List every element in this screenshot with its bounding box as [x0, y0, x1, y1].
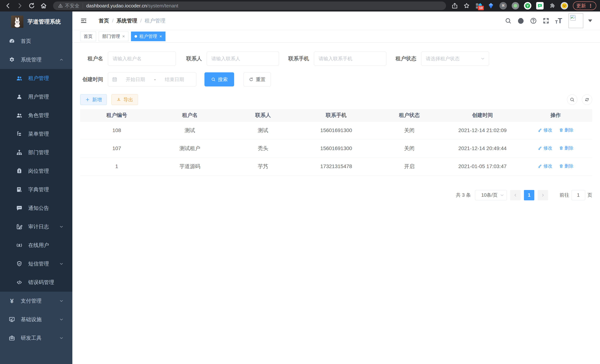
- chevron-down-icon: [59, 299, 64, 303]
- sidebar-item-home[interactable]: 首页: [0, 32, 72, 50]
- extension-y-icon[interactable]: Y: [524, 2, 531, 9]
- yen-icon: ¥: [9, 297, 15, 305]
- tag-tenant-active[interactable]: 租户管理 ×: [131, 32, 166, 41]
- trash-icon: [559, 146, 563, 150]
- delete-link[interactable]: 删除: [559, 127, 573, 133]
- chevron-down-icon: [480, 56, 485, 61]
- mobile-input[interactable]: [314, 52, 386, 66]
- address-bar[interactable]: 不安全 dashboard.yudao.iocoder.cn/system/te…: [53, 1, 446, 10]
- cell-id: 1: [80, 157, 153, 175]
- sidebar-item-error-code[interactable]: 错误码管理: [0, 273, 72, 292]
- col-contact: 联系人: [226, 109, 300, 121]
- export-button[interactable]: 导出: [111, 94, 138, 105]
- extension-pin-icon[interactable]: [487, 2, 495, 9]
- bookmark-star-icon[interactable]: [463, 2, 470, 9]
- forward-icon[interactable]: [16, 2, 23, 9]
- sidebar-item-label: 基础设施: [21, 316, 42, 323]
- extension-monkey-icon[interactable]: 10: [475, 2, 482, 9]
- sidebar-item-online-user[interactable]: 在线用户: [0, 236, 72, 254]
- home-icon[interactable]: [40, 2, 47, 9]
- svg-text:Y: Y: [526, 4, 529, 8]
- chevron-down-icon: [59, 261, 64, 266]
- cell-id: 107: [80, 139, 153, 157]
- sidebar-item-dev-tools[interactable]: 研发工具: [0, 329, 72, 347]
- font-size-icon[interactable]: TT: [555, 17, 562, 24]
- reload-icon[interactable]: [28, 2, 35, 9]
- col-tenant-id: 租户编号: [80, 109, 153, 121]
- back-icon[interactable]: [4, 2, 11, 9]
- browser-update-button[interactable]: 更新 ⋮: [573, 1, 596, 10]
- chevron-right-icon: [541, 193, 545, 197]
- hide-search-button[interactable]: [567, 94, 577, 105]
- help-icon[interactable]: [530, 17, 537, 24]
- sidebar-item-tenant[interactable]: 租户管理: [0, 69, 72, 88]
- sidebar-item-dept[interactable]: 部门管理: [0, 143, 72, 162]
- delete-link[interactable]: 删除: [559, 145, 573, 151]
- sidebar-item-sms[interactable]: 短信管理: [0, 254, 72, 273]
- sidebar-item-notice[interactable]: 通知公告: [0, 199, 72, 217]
- edit-link[interactable]: 修改: [538, 127, 552, 133]
- share-icon[interactable]: [451, 2, 458, 9]
- tag-close-icon[interactable]: ×: [122, 34, 125, 39]
- sidebar-logo-row[interactable]: 芋道管理系统: [0, 11, 72, 32]
- extension-command-icon[interactable]: ⌘: [499, 2, 507, 9]
- log-edit-icon: [16, 223, 23, 230]
- sidebar-item-label: 短信管理: [28, 260, 49, 267]
- goto-page-input[interactable]: [572, 190, 585, 200]
- current-page-button[interactable]: 1: [524, 190, 534, 200]
- edit-link[interactable]: 修改: [538, 145, 552, 151]
- breadcrumb-system[interactable]: 系统管理: [116, 17, 137, 24]
- extension-puzzle-icon[interactable]: [548, 2, 556, 9]
- tag-close-icon[interactable]: ×: [159, 34, 162, 39]
- tenant-name-input[interactable]: [108, 52, 176, 66]
- date-separator: -: [153, 77, 157, 82]
- sidebar-item-label: 错误码管理: [28, 279, 54, 286]
- sidebar-item-menu[interactable]: 菜单管理: [0, 125, 72, 143]
- sidebar-item-label: 通知公告: [28, 205, 49, 212]
- delete-link[interactable]: 删除: [559, 163, 573, 169]
- sidebar-item-user[interactable]: 用户管理: [0, 88, 72, 106]
- fullscreen-icon[interactable]: [543, 17, 550, 24]
- reset-button[interactable]: 重置: [244, 72, 271, 86]
- prev-page-button[interactable]: [510, 190, 521, 200]
- search-button[interactable]: 搜索: [205, 72, 234, 86]
- tag-dept[interactable]: 部门管理 ×: [99, 32, 128, 41]
- avatar[interactable]: [568, 13, 583, 28]
- extension-chat-icon[interactable]: [536, 2, 544, 9]
- cell-actions: 修改 删除: [519, 121, 592, 139]
- dashboard-icon: [9, 38, 15, 45]
- date-range-picker[interactable]: 开始日期 - 结束日期: [108, 72, 196, 86]
- cell-name: 测试租户: [153, 139, 226, 157]
- github-icon[interactable]: [517, 17, 524, 24]
- extension-smiley-icon[interactable]: [561, 2, 568, 9]
- sidebar-item-system[interactable]: 系统管理: [0, 50, 72, 69]
- breadcrumb-home[interactable]: 首页: [99, 17, 109, 24]
- table-header-row: 租户编号 租户名 联系人 联系手机 租户状态 创建时间 操作: [80, 109, 592, 121]
- sidebar-item-infra[interactable]: 基础设施: [0, 310, 72, 329]
- sidebar-collapse-icon[interactable]: [80, 17, 87, 24]
- tag-home[interactable]: 首页: [80, 32, 96, 41]
- add-button[interactable]: 新增: [80, 94, 107, 105]
- sidebar-item-role[interactable]: 角色管理: [0, 106, 72, 125]
- browser-menu-icon[interactable]: ⋮: [588, 3, 593, 9]
- trash-icon: [559, 128, 563, 132]
- extension-dot-icon[interactable]: [512, 2, 519, 9]
- refresh-table-button[interactable]: [582, 94, 592, 105]
- cell-name: 芋道源码: [153, 157, 226, 175]
- edit-link[interactable]: 修改: [538, 163, 552, 169]
- sidebar-item-pay[interactable]: ¥ 支付管理: [0, 292, 72, 310]
- search-icon[interactable]: [505, 17, 512, 24]
- col-tenant-name: 租户名: [153, 109, 226, 121]
- date-end-placeholder: 结束日期: [156, 76, 192, 83]
- contact-input[interactable]: [207, 52, 279, 66]
- next-page-button[interactable]: [538, 190, 548, 200]
- sidebar-item-label: 字典管理: [28, 186, 49, 193]
- status-select[interactable]: 请选择租户状态: [421, 52, 489, 66]
- sidebar-item-post[interactable]: 岗位管理: [0, 162, 72, 180]
- avatar-caret-icon[interactable]: [588, 19, 592, 22]
- search-icon: [570, 97, 575, 102]
- sidebar-item-dict[interactable]: 字典管理: [0, 180, 72, 199]
- sidebar-item-audit-log[interactable]: 审计日志: [0, 217, 72, 236]
- table-toolbar: 新增 导出: [80, 94, 592, 105]
- page-size-select[interactable]: 10条/页: [475, 190, 507, 200]
